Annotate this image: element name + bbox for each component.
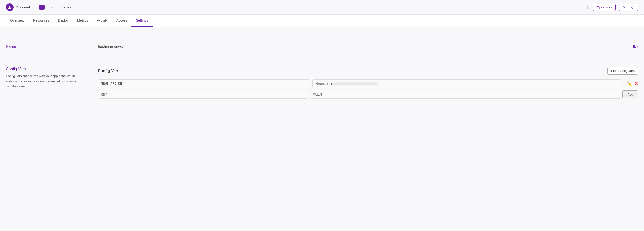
nav-tabs: Overview Resources Deploy Metrics Activi…: [0, 14, 644, 27]
config-vars-section: Config Vars Config vars change the way y…: [6, 59, 638, 109]
config-row-new: Add: [98, 90, 638, 99]
tab-resources[interactable]: Resources: [28, 14, 54, 27]
more-label: More ◇: [623, 5, 634, 9]
config-row-actions-0: ✏️ ✕: [624, 81, 638, 87]
name-section-label-col: Name: [6, 44, 88, 51]
name-edit-link[interactable]: Edit: [633, 45, 638, 48]
config-vars-label-col: Config Vars Config vars change the way y…: [6, 67, 88, 101]
tab-activity[interactable]: Activity: [92, 14, 112, 27]
config-delete-icon-0[interactable]: ✕: [634, 81, 638, 87]
config-key-new-field[interactable]: [98, 90, 308, 99]
tab-deploy[interactable]: Deploy: [54, 14, 73, 27]
config-value-field-0[interactable]: [312, 79, 621, 88]
name-section-label: Name: [6, 44, 78, 49]
top-bar: Personal ◇ › freshman-news ★ Open app Mo…: [0, 0, 644, 14]
breadcrumb-app-name[interactable]: freshman-news: [46, 5, 72, 9]
name-section-content: freshman-news Edit: [98, 44, 638, 51]
open-app-button[interactable]: Open app: [593, 4, 616, 11]
breadcrumb-separator: ›: [36, 5, 37, 9]
config-edit-icon-0[interactable]: ✏️: [627, 81, 632, 86]
config-row-existing: 7b5e61f91•••••••••••••••••••••••• ✏️ ✕: [98, 79, 638, 88]
breadcrumb: Personal ◇ › freshman-news: [6, 3, 71, 11]
config-add-button[interactable]: Add: [622, 90, 638, 98]
svg-point-0: [9, 6, 10, 7]
tab-overview[interactable]: Overview: [6, 14, 28, 27]
avatar-icon: [6, 3, 14, 11]
config-vars-section-label: Config Vars: [6, 67, 78, 71]
more-button[interactable]: More ◇: [618, 4, 638, 11]
app-icon: [39, 4, 44, 10]
name-field-row: freshman-news Edit: [98, 44, 638, 51]
tab-metrics[interactable]: Metrics: [73, 14, 92, 27]
hide-config-vars-button[interactable]: Hide Config Vars: [608, 67, 638, 74]
tab-access[interactable]: Access: [112, 14, 132, 27]
top-bar-actions: ★ Open app More ◇: [586, 4, 638, 11]
app-name-value: freshman-news: [98, 44, 629, 49]
breadcrumb-personal[interactable]: Personal: [16, 5, 30, 9]
config-value-new-field[interactable]: [310, 90, 621, 99]
config-vars-section-desc: Config vars change the way your app beha…: [6, 74, 78, 89]
config-vars-header: Config Vars Hide Config Vars: [98, 67, 638, 74]
tab-settings[interactable]: Settings: [132, 14, 152, 27]
favorite-star-icon[interactable]: ★: [586, 4, 590, 10]
config-row-new-actions: Add: [624, 90, 638, 98]
config-key-field-0[interactable]: [98, 79, 310, 88]
config-vars-title: Config Vars: [98, 69, 119, 73]
breadcrumb-diamond-icon: ◇: [32, 5, 34, 9]
config-vars-content: Config Vars Hide Config Vars 7b5e61f91••…: [98, 67, 638, 101]
main-content: Name freshman-news Edit Config Vars Conf…: [0, 27, 644, 119]
name-section: Name freshman-news Edit: [6, 37, 638, 59]
